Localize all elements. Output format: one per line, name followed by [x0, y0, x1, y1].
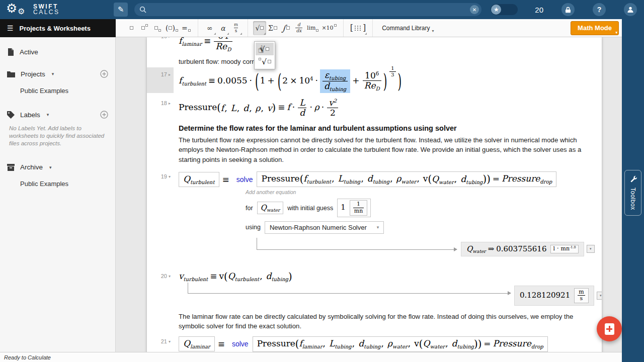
- command-library-button[interactable]: Command Library ▾: [378, 21, 438, 35]
- greek-alpha-button[interactable]: α: [216, 21, 229, 35]
- result-value-20[interactable]: 0.128120921ms: [514, 286, 594, 306]
- search-bar[interactable]: ✕: [134, 3, 481, 16]
- close-icon: ✕: [472, 7, 476, 13]
- line-number-label: 20: [161, 273, 167, 279]
- result-value-19[interactable]: Qwater⇒0.603755616l·mn-1.0: [461, 242, 584, 256]
- sci-notation-button[interactable]: ×10: [320, 21, 338, 35]
- worksheet-line-21[interactable]: 21 ▾ Qlaminar ≡ solve Pressure(flaminar,…: [147, 334, 602, 352]
- section-heading: Determine the flow rates for the laminar…: [179, 124, 602, 132]
- sidebar-item-active[interactable]: Active: [0, 43, 115, 61]
- solve-target-box[interactable]: Qturbulent: [179, 172, 219, 187]
- toolbox-tab[interactable]: Toolbox: [624, 170, 641, 216]
- equation-17[interactable]: fturbulent≡0.0055·(1+(2×104·εtubingdtubi…: [179, 75, 403, 85]
- gutter[interactable]: [147, 310, 174, 331]
- math-mode-label: Math Mode: [578, 24, 612, 32]
- account-button[interactable]: [624, 3, 637, 16]
- line-number-21[interactable]: 21 ▾: [147, 334, 174, 352]
- sqrt-button[interactable]: √: [253, 21, 266, 35]
- units-button[interactable]: ms: [229, 21, 243, 35]
- solve-variable-box[interactable]: Qwater: [257, 202, 284, 214]
- math-mode-button[interactable]: Math Mode ▾: [571, 21, 619, 35]
- math-box-button[interactable]: [125, 21, 138, 35]
- privacy-lock-button[interactable]: [561, 3, 575, 16]
- subscript-button[interactable]: [151, 21, 164, 35]
- dropdown-corner-icon: [240, 33, 242, 35]
- sidebar-item-label: Archive: [20, 163, 43, 171]
- line-number-label: 17: [161, 71, 167, 77]
- worksheet-line-18[interactable]: 18 ▸ Pressure(f,L,d,ρ,v)≡f·Ld·ρ·v22: [147, 96, 602, 118]
- gutter[interactable]: [147, 56, 174, 65]
- worksheet-text-moody[interactable]: turbulent flow: moody correlation: [147, 56, 602, 65]
- worksheet-text-block-2[interactable]: The laminar flow rate can be directly ca…: [147, 310, 602, 331]
- solve-equation-box[interactable]: Pressure(flaminar,Ltubing,dtubing,ρwater…: [253, 336, 548, 352]
- folder-icon: [7, 71, 15, 77]
- equiv-sign: ≡: [222, 174, 229, 185]
- menu-item-nth-root[interactable]: √: [256, 55, 274, 68]
- equation-18[interactable]: Pressure(f,L,d,ρ,v)≡f·Ld·ρ·v22: [179, 102, 339, 112]
- matrix-button[interactable]: [ ]: [349, 21, 368, 35]
- parentheses-button[interactable]: (): [164, 21, 180, 35]
- line-number-label: 18: [161, 100, 167, 106]
- line-number-20[interactable]: 20 ▾: [147, 269, 174, 306]
- sum-button[interactable]: Σ: [266, 21, 279, 35]
- paragraph-2[interactable]: The laminar flow rate can be directly ca…: [179, 312, 584, 331]
- worksheet-area: 16 ▸ flaminar≡64ReD turbulent flow: mood…: [116, 37, 622, 352]
- derivative-button[interactable]: ddx: [292, 21, 305, 35]
- moody-text[interactable]: turbulent flow: moody correlation: [179, 58, 602, 65]
- brand-logo[interactable]: ⚙ ⚙ SWIFT CALCS: [0, 2, 114, 18]
- result-options-button[interactable]: ▾: [597, 292, 602, 300]
- menu-icon[interactable]: ☰: [7, 24, 14, 32]
- add-label-button[interactable]: [100, 111, 108, 119]
- brand-name: SWIFT CALCS: [33, 4, 60, 15]
- superscript-box-icon: [145, 24, 148, 27]
- toolbox-panel-strip: Toolbox: [622, 19, 644, 362]
- worksheet-text-block-1[interactable]: Determine the flow rates for the laminar…: [147, 122, 602, 165]
- clear-search-button[interactable]: ✕: [470, 5, 479, 14]
- line-number-label: 16: [161, 37, 167, 39]
- favorite-toggle[interactable]: ★: [491, 4, 518, 15]
- superscript-button[interactable]: [138, 21, 151, 35]
- result-line-20: 0.128120921ms ▾: [179, 283, 602, 306]
- line-number-17[interactable]: 17 ▸: [147, 67, 174, 93]
- edit-button[interactable]: ✎: [114, 3, 128, 17]
- sidebar-item-label: Public Examples: [20, 180, 68, 188]
- infinity-button[interactable]: ∞: [203, 21, 216, 35]
- sidebar-item-archive[interactable]: Archive ▾: [0, 158, 115, 176]
- add-equation-link[interactable]: Add another equation: [246, 189, 602, 195]
- integral-button[interactable]: ∫: [279, 21, 292, 35]
- new-worksheet-button[interactable]: [597, 316, 622, 341]
- worksheet-line-16[interactable]: 16 ▸ flaminar≡64ReD: [147, 37, 602, 52]
- worksheet-line-20[interactable]: 20 ▾ vturbulent≡v(Qturbulent,dtubing) 0.…: [147, 269, 602, 306]
- solve-keyword[interactable]: solve: [232, 340, 249, 348]
- help-button[interactable]: ?: [593, 3, 606, 16]
- line-number-16[interactable]: 16 ▸: [147, 37, 174, 52]
- equation-20[interactable]: vturbulent≡v(Qturbulent,dtubing): [179, 271, 292, 281]
- brand-line-2: CALCS: [33, 10, 60, 15]
- lock-icon: [565, 7, 571, 13]
- sidebar-item-labels[interactable]: Labels ▾: [0, 106, 115, 124]
- sidebar-item-public-examples[interactable]: Public Examples: [0, 83, 115, 100]
- status-text: Ready to Calculate: [4, 354, 51, 360]
- top-bar: ⚙ ⚙ SWIFT CALCS ✎ ✕ ★ 20: [0, 0, 644, 19]
- equation-16[interactable]: flaminar≡64ReD: [179, 37, 233, 46]
- equals-button[interactable]: =: [180, 21, 193, 35]
- solve-target-box[interactable]: Qlaminar: [179, 336, 215, 351]
- sidebar-item-projects[interactable]: Projects ▾: [0, 65, 115, 83]
- line-number-18[interactable]: 18 ▸: [147, 96, 174, 118]
- line-number-19[interactable]: 19 ▾: [147, 169, 174, 263]
- add-project-button[interactable]: [100, 70, 108, 78]
- toolbar-group-operators: √ Σ ∫ ddx lim ×10: [248, 19, 344, 37]
- worksheet-line-19[interactable]: 19 ▾ Qturbulent ≡ solve Pressure(fturbul…: [147, 169, 602, 263]
- result-options-button[interactable]: ▾: [587, 245, 595, 253]
- solve-keyword[interactable]: solve: [236, 175, 253, 184]
- gutter[interactable]: [147, 122, 174, 165]
- paragraph-1[interactable]: The turbulent flow rate expression canno…: [179, 135, 584, 165]
- limit-button[interactable]: lim: [305, 21, 320, 35]
- solve-equation-box[interactable]: Pressure(fturbulent,Ltubing,dtubing,ρwat…: [257, 171, 556, 187]
- initial-guess-box[interactable]: 11mn: [337, 199, 371, 217]
- solver-select[interactable]: Newton-Raphson Numeric Solver ▾: [265, 221, 384, 234]
- worksheet-line-17[interactable]: 17 ▸ fturbulent≡0.0055·(1+(2×104·εtubing…: [147, 67, 602, 93]
- search-input[interactable]: [150, 3, 466, 16]
- math-toolbar: () = ∞ α ms √ Σ ∫ ddx lim ×10 [: [116, 19, 622, 37]
- sidebar-item-public-examples-archive[interactable]: Public Examples: [0, 176, 115, 193]
